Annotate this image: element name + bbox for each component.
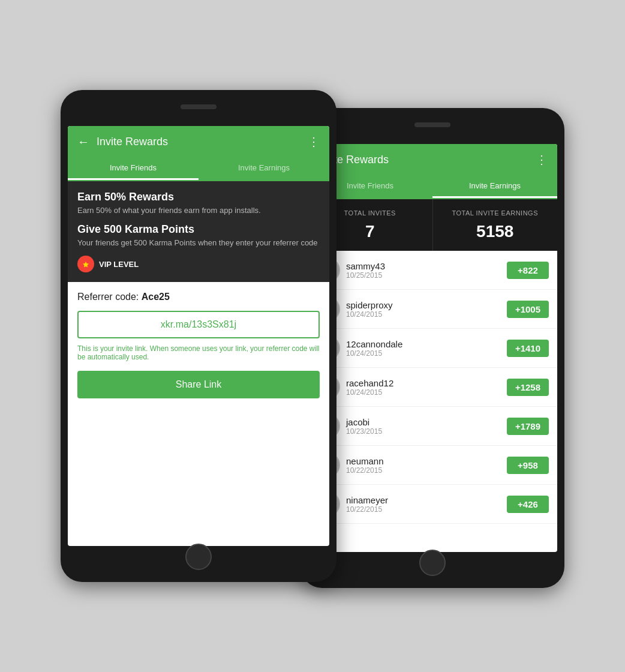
invite-name: neumann [346, 456, 501, 466]
invite-info: spiderproxy10/24/2015 [346, 300, 501, 319]
referrer-label: Referrer code: [77, 292, 142, 302]
phone-1-header-left: ← Invite Rewards [77, 135, 168, 149]
invite-name: jacobi [346, 417, 501, 427]
stats-row: TOTAL INVITES 7 TOTAL INVITE EARNINGS 51… [308, 199, 557, 251]
phone-1-tabs: Invite Friends Invite Earnings [68, 157, 329, 181]
invite-name: ninameyer [346, 495, 501, 505]
shield-icon [80, 259, 91, 269]
vip-icon [77, 256, 94, 272]
invite-date: 10/24/2015 [346, 310, 501, 319]
total-earnings-value: 5158 [443, 222, 548, 241]
phone-1-title: Invite Rewards [97, 136, 168, 148]
list-item[interactable]: 12cannondale10/24/2015+1410 [308, 329, 557, 368]
phone-2-menu-icon[interactable]: ⋮ [536, 152, 548, 167]
phone-2-header: Invite Rewards ⋮ [308, 144, 557, 175]
invite-earning-badge: +426 [507, 496, 549, 513]
list-item[interactable]: neumann10/22/2015+958 [308, 446, 557, 485]
phone-2-speaker [414, 122, 450, 127]
phone-1-speaker [181, 104, 217, 109]
phone-2-home-button[interactable] [419, 550, 446, 576]
invite-earning-badge: +1258 [507, 379, 549, 396]
list-item[interactable]: racehand1210/24/2015+1258 [308, 368, 557, 407]
phone-1-menu-icon[interactable]: ⋮ [308, 134, 320, 149]
tab-invite-earnings-1[interactable]: Invite Earnings [199, 157, 329, 180]
vip-label: VIP LEVEL [99, 260, 139, 269]
phone-2: Invite Rewards ⋮ Invite Friends Invite E… [301, 108, 564, 588]
scene: ← Invite Rewards ⋮ Invite Friends Invite… [0, 0, 625, 672]
phone-2-screen: Invite Rewards ⋮ Invite Friends Invite E… [308, 144, 557, 552]
invite-info: racehand1210/24/2015 [346, 378, 501, 397]
invite-name: spiderproxy [346, 300, 501, 310]
karma-subtitle: Your friends get 500 Karma Points when t… [77, 238, 320, 247]
tab-invite-earnings-2[interactable]: Invite Earnings [432, 175, 557, 198]
invite-earning-badge: +958 [507, 457, 549, 474]
invite-link-text: xkr.ma/13s3Sx81j [161, 319, 236, 329]
referrer-row: Referrer code: Ace25 [77, 292, 320, 302]
total-earnings-label: TOTAL INVITE EARNINGS [443, 209, 548, 217]
invite-info: ninameyer10/22/2015 [346, 495, 501, 514]
invite-info: neumann10/22/2015 [346, 456, 501, 475]
phone-1: ← Invite Rewards ⋮ Invite Friends Invite… [61, 90, 336, 582]
invite-date: 10/23/2015 [346, 427, 501, 436]
earn-subtitle: Earn 50% of what your friends earn from … [77, 206, 320, 215]
earn-title: Earn 50% Rewards [77, 191, 320, 203]
invite-name: sammy43 [346, 261, 501, 271]
phone-1-home-button[interactable] [185, 544, 212, 570]
share-link-button[interactable]: Share Link [77, 371, 320, 398]
tab-invite-friends-1[interactable]: Invite Friends [68, 157, 199, 180]
list-item[interactable]: jacobi10/23/2015+1789 [308, 407, 557, 446]
referrer-code: Ace25 [142, 292, 170, 302]
list-item[interactable]: sammy4310/25/2015+822 [308, 251, 557, 290]
dark-section: Earn 50% Rewards Earn 50% of what your f… [68, 181, 329, 282]
invite-earning-badge: +822 [507, 262, 549, 279]
list-item[interactable]: ninameyer10/22/2015+426 [308, 485, 557, 524]
invite-date: 10/25/2015 [346, 271, 501, 280]
invite-link-hint: This is your invite link. When someone u… [77, 344, 320, 361]
vip-badge: VIP LEVEL [77, 256, 320, 272]
invite-date: 10/22/2015 [346, 505, 501, 514]
invite-date: 10/24/2015 [346, 388, 501, 397]
phone-1-screen: ← Invite Rewards ⋮ Invite Friends Invite… [68, 126, 329, 546]
total-earnings-cell: TOTAL INVITE EARNINGS 5158 [433, 199, 558, 251]
invite-info: jacobi10/23/2015 [346, 417, 501, 436]
invite-name: racehand12 [346, 378, 501, 388]
white-section: Referrer code: Ace25 xkr.ma/13s3Sx81j Th… [68, 282, 329, 408]
invite-earning-badge: +1410 [507, 340, 549, 357]
phone-1-header: ← Invite Rewards ⋮ [68, 126, 329, 157]
karma-title: Give 500 Karma Points [77, 223, 320, 236]
invite-date: 10/24/2015 [346, 349, 501, 358]
list-item[interactable]: spiderproxy10/24/2015+1005 [308, 290, 557, 329]
invite-info: 12cannondale10/24/2015 [346, 339, 501, 358]
invite-info: sammy4310/25/2015 [346, 261, 501, 280]
phone-2-tabs: Invite Friends Invite Earnings [308, 175, 557, 199]
invite-link-box[interactable]: xkr.ma/13s3Sx81j [77, 311, 320, 338]
invite-earning-badge: +1789 [507, 418, 549, 435]
back-arrow-icon[interactable]: ← [77, 135, 89, 149]
invite-name: 12cannondale [346, 339, 501, 349]
invite-list: sammy4310/25/2015+822 spiderproxy10/24/2… [308, 251, 557, 524]
invite-earning-badge: +1005 [507, 301, 549, 318]
invite-date: 10/22/2015 [346, 466, 501, 475]
